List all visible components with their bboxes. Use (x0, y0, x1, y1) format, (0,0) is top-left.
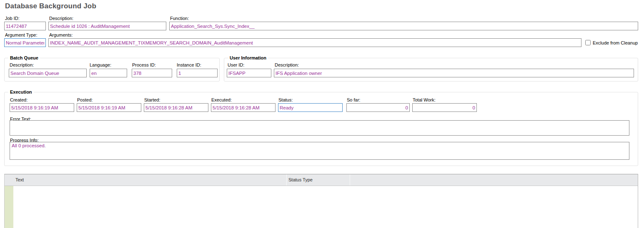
started-field[interactable] (144, 103, 208, 112)
page-title: Database Background Job (5, 2, 96, 10)
status-type-column-header[interactable]: Status Type (286, 174, 350, 186)
language-field[interactable] (90, 69, 127, 77)
execution-group: Execution Created: Posted: Started: Exec… (4, 92, 638, 166)
so-far-label: So far: (347, 97, 360, 102)
status-field[interactable] (278, 103, 343, 112)
user-information-group: User Information User ID: Description: (224, 58, 638, 82)
instance-id-label: Instance ID: (177, 62, 201, 67)
argument-type-label: Argument Type: (5, 32, 37, 37)
executed-field[interactable] (211, 103, 276, 112)
batch-description-label: Description: (10, 62, 34, 67)
arguments-field[interactable] (48, 38, 581, 47)
function-field[interactable] (169, 22, 638, 30)
started-label: Started: (144, 97, 160, 102)
progress-info-field[interactable]: All 0 processed. (10, 142, 629, 160)
exclude-from-cleanup-label: Exclude from Cleanup (593, 40, 638, 45)
posted-field[interactable] (77, 103, 141, 112)
user-description-label: Description: (275, 62, 299, 67)
job-id-label: Job ID: (5, 16, 20, 21)
messages-table-body[interactable] (5, 186, 638, 228)
job-id-field[interactable] (4, 22, 46, 30)
executed-label: Executed: (211, 97, 232, 102)
batch-queue-legend: Batch Queue (8, 55, 40, 60)
language-label: Language: (90, 62, 111, 67)
batch-queue-group: Batch Queue Description: Language: Proce… (4, 58, 220, 82)
error-text-field[interactable] (10, 120, 629, 136)
exclude-from-cleanup-checkbox[interactable] (585, 40, 591, 45)
argument-type-field[interactable] (4, 38, 46, 47)
user-id-field[interactable] (227, 69, 271, 77)
row-selector-strip (5, 186, 13, 228)
arguments-label: Arguments: (49, 32, 73, 37)
user-description-field[interactable] (274, 69, 634, 77)
user-id-label: User ID: (228, 62, 244, 67)
execution-legend: Execution (8, 89, 34, 94)
messages-table: Text Status Type (4, 174, 638, 228)
batch-description-field[interactable] (9, 69, 87, 77)
posted-label: Posted: (77, 97, 93, 102)
created-label: Created: (10, 97, 28, 102)
text-column-header[interactable]: Text (14, 174, 286, 186)
user-information-legend: User Information (228, 55, 268, 60)
created-field[interactable] (10, 103, 74, 112)
so-far-field[interactable] (346, 103, 410, 112)
process-id-label: Process ID: (132, 62, 156, 67)
messages-table-header: Text Status Type (5, 174, 638, 186)
total-work-label: Total Work: (413, 97, 436, 102)
description-field[interactable] (48, 22, 166, 30)
total-work-field[interactable] (412, 103, 477, 112)
instance-id-field[interactable] (177, 69, 218, 77)
description-label: Description: (49, 16, 73, 21)
filler-column-header (350, 174, 638, 186)
status-label: Status: (278, 97, 293, 102)
process-id-field[interactable] (132, 69, 172, 77)
function-label: Function: (170, 16, 189, 21)
row-selector-column-header (5, 174, 14, 186)
